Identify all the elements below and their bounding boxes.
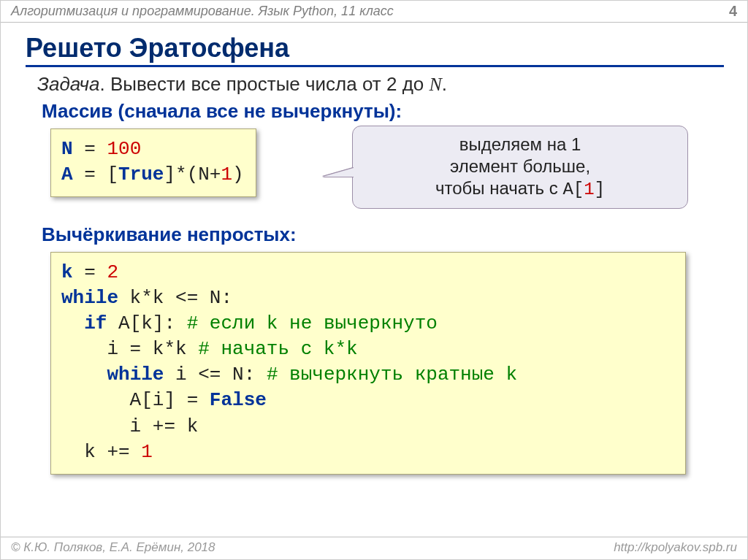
code-tok: A (61, 164, 73, 185)
slide: Алгоритмизация и программирование. Язык … (0, 0, 748, 560)
subhead-array: Массив (сначала все не вычеркнуты): (42, 100, 747, 123)
code-tok: ) (232, 164, 244, 185)
code-tok: = [ (73, 164, 118, 185)
code-tok: i <= N: (164, 364, 266, 386)
callout-bubble: выделяем на 1 элемент больше, чтобы нача… (352, 126, 688, 209)
subhead-strike: Вычёркивание непростых: (42, 223, 747, 246)
code-tok: k += (61, 441, 141, 463)
code-tok: i = k*k (61, 338, 198, 360)
code-tok (61, 312, 84, 334)
callout-line: элемент больше, (450, 156, 590, 176)
code-tok (61, 364, 107, 386)
code-tok: = (73, 261, 107, 283)
task-dot: . (442, 73, 447, 95)
code-tok: 2 (107, 261, 118, 283)
task-var: N (430, 74, 442, 95)
code-block-init: N = 100 A = [True]*(N+1) (50, 129, 256, 197)
code-tok: # начать с k*k (198, 338, 357, 360)
code-tok: A[i] = (61, 389, 210, 411)
source-url: http://kpolyakov.spb.ru (614, 540, 737, 555)
header-bar: Алгоритмизация и программирование. Язык … (1, 1, 747, 23)
code-block-sieve: k = 2 while k*k <= N: if A[k]: # если k … (50, 252, 686, 475)
code-tok: k*k <= N: (118, 287, 232, 309)
code-tok: while (107, 364, 164, 386)
code-tok: = (73, 138, 107, 160)
task-text: . Вывести все простые числа от 2 до (99, 73, 429, 95)
footer-bar: © К.Ю. Поляков, Е.А. Ерёмин, 2018 http:/… (1, 537, 747, 559)
row-code-callout: N = 100 A = [True]*(N+1) выделяем на 1 э… (50, 129, 747, 209)
code-tok: 1 (141, 441, 153, 463)
code-tok: if (84, 312, 107, 334)
code-tok: while (61, 287, 118, 309)
slide-title: Решето Эратосфена (26, 33, 724, 67)
callout-tail-icon (323, 168, 354, 177)
code-tok: i += k (61, 415, 198, 437)
code-tok: N (61, 138, 73, 160)
code-tok: 1 (221, 164, 232, 185)
code-tok: A[ (562, 180, 584, 199)
code-tok: # если k не вычеркнуто (187, 312, 438, 334)
course-title: Алгоритмизация и программирование. Язык … (11, 4, 394, 19)
code-tok: A[k]: (107, 312, 186, 334)
code-tok: 100 (107, 138, 141, 160)
code-tok: 1 (584, 180, 594, 199)
code-tok: False (210, 389, 267, 411)
code-tok: k (61, 261, 73, 283)
code-tok: True (118, 164, 164, 185)
callout-code: A[1] (562, 180, 605, 199)
code-tok: ] (595, 180, 605, 199)
code-tok: ]*(N+ (164, 164, 221, 185)
callout-line: выделяем на 1 (459, 134, 581, 154)
task-label: Задача (37, 73, 99, 95)
page-number: 4 (729, 3, 737, 20)
callout-line: чтобы начать с (435, 178, 562, 198)
code-tok: # вычеркнуть кратные k (267, 364, 517, 386)
task-line: Задача. Вывести все простые числа от 2 д… (37, 73, 747, 96)
copyright: © К.Ю. Поляков, Е.А. Ерёмин, 2018 (11, 540, 215, 555)
